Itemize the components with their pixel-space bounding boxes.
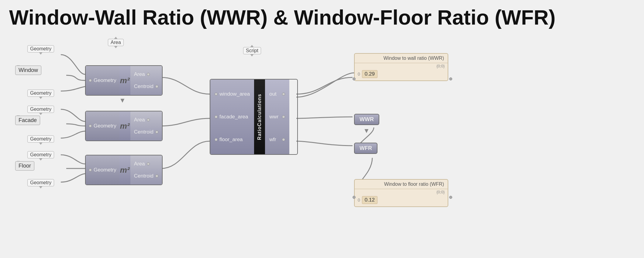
area-node-1[interactable]: Geometry m² Area Centroid (85, 65, 163, 96)
wfr-panel-tag: {0;0} (355, 189, 448, 195)
wwr-panel-right-port (449, 77, 452, 80)
script-node-name: RatioCalculations (257, 94, 262, 140)
area2-centroid-port: Centroid (134, 129, 158, 135)
floor-node[interactable]: Floor (15, 161, 34, 171)
port-dot (89, 79, 92, 82)
geometry-label-5: Geometry (27, 151, 54, 158)
arrow-down-1: ▼ (119, 97, 126, 104)
port-dot (215, 115, 218, 118)
script-wfr-port: wfr (269, 137, 285, 143)
port-dot-right (282, 93, 285, 96)
port-dot (215, 93, 218, 96)
window-node[interactable]: Window (15, 66, 41, 75)
geometry-label-1: Geometry (27, 45, 54, 53)
port-dot (215, 138, 218, 141)
geometry-label-2: Geometry (27, 90, 54, 97)
port-dot (89, 124, 92, 127)
wfr-panel-title: Window to floor ratio (WFR) (355, 180, 448, 189)
page-title: Window-Wall Ratio (WWR) & Window-Floor R… (9, 5, 556, 29)
area-node-2[interactable]: Geometry m² Area Centroid (85, 111, 163, 141)
area3-centroid-port: Centroid (134, 173, 158, 179)
area3-area-port: Area (134, 161, 150, 167)
area2-area-port: Area (134, 117, 150, 123)
port-dot-right (155, 175, 158, 178)
m2-symbol-3: m² (120, 165, 130, 175)
wfr-panel-right-port (449, 196, 452, 199)
wwr-panel: Window to wall ratio (WWR) {0;0} 0 0.29 (354, 53, 448, 81)
geometry-label-4: Geometry (27, 135, 54, 143)
script-floor-area-port: floor_area (215, 137, 250, 143)
wfr-panel-value-row: 0 0.12 (355, 195, 448, 206)
facade-node[interactable]: Facade (15, 116, 40, 125)
script-out-port: out (269, 91, 285, 97)
wwr-button[interactable]: WWR (354, 114, 379, 125)
wwr-panel-number: 0.29 (362, 70, 377, 78)
wwr-panel-tag: {0;0} (355, 63, 448, 69)
area1-centroid-port: Centroid (134, 83, 158, 90)
geometry-label-6: Geometry (27, 179, 54, 186)
area1-geometry-port: Geometry (89, 77, 116, 83)
script-wwr-port: wwr (269, 114, 285, 120)
area-node-3[interactable]: Geometry m² Area Centroid (85, 155, 163, 185)
m2-symbol-2: m² (120, 121, 130, 131)
area1-area-port: Area (134, 71, 150, 77)
wwr-panel-title: Window to wall ratio (WWR) (355, 54, 448, 63)
area-tooltip: Area (108, 39, 124, 46)
port-dot-right (147, 118, 150, 121)
wwr-panel-index: 0 (358, 72, 360, 76)
port-dot (89, 168, 92, 171)
arrow-down-wwr: ▼ (363, 127, 370, 135)
port-dot-right (155, 131, 158, 134)
ratio-calculations-node[interactable]: window_area facade_area floor_area Ratio… (210, 79, 298, 155)
wfr-panel-number: 0.12 (362, 196, 377, 204)
port-dot-right (282, 115, 285, 118)
wfr-panel: Window to floor ratio (WFR) {0;0} 0 0.12 (354, 179, 448, 207)
wfr-panel-index: 0 (358, 198, 360, 202)
script-window-area-port: window_area (215, 91, 250, 97)
port-dot-right (147, 73, 150, 76)
script-facade-area-port: facade_area (215, 114, 250, 120)
port-dot-right (155, 85, 158, 88)
port-dot-right (282, 138, 285, 141)
wfr-button[interactable]: WFR (354, 143, 377, 154)
port-dot-right (147, 162, 150, 165)
area2-geometry-port: Geometry (89, 123, 116, 129)
wfr-panel-left-port (353, 196, 356, 199)
m2-symbol-1: m² (120, 76, 130, 85)
geometry-label-3: Geometry (27, 106, 54, 113)
wwr-panel-left-port (353, 77, 356, 80)
area3-geometry-port: Geometry (89, 167, 116, 173)
script-tooltip: Script (243, 47, 261, 54)
wwr-panel-value-row: 0 0.29 (355, 69, 448, 80)
